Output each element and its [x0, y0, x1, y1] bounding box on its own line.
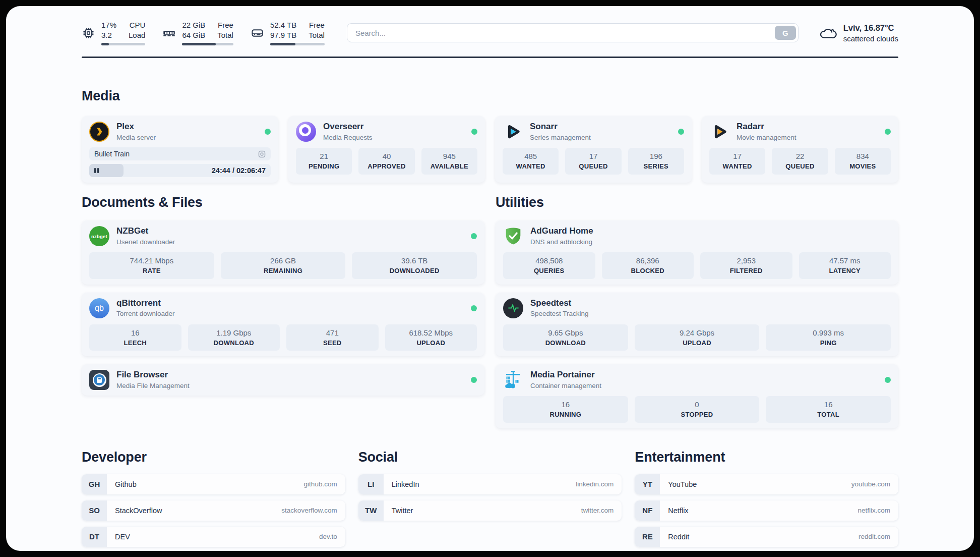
- service-card-overseerr[interactable]: Overseerr Media Requests 21PENDING 40APP…: [288, 116, 485, 183]
- qbittorrent-icon: qb: [89, 298, 109, 318]
- status-dot: [678, 129, 684, 135]
- nzbget-icon-label: nzbget: [91, 234, 107, 239]
- status-dot: [885, 377, 891, 383]
- bookmark-name: StackOverflow: [115, 507, 162, 515]
- service-desc: DNS and adblocking: [530, 238, 593, 246]
- bookmark-reddit[interactable]: RE Reddit reddit.com: [635, 527, 898, 547]
- stat-label: DOWNLOADED: [354, 267, 474, 275]
- stat-label: BLOCKED: [604, 267, 692, 275]
- stat-box: 16TOTAL: [766, 396, 891, 423]
- stat-value: 471: [289, 328, 376, 338]
- stat-box: 39.6 TBDOWNLOADED: [352, 252, 477, 279]
- stat-value: 945: [424, 152, 475, 161]
- stat-label: WANTED: [505, 162, 556, 171]
- search-input[interactable]: [347, 23, 799, 42]
- stat-box: 17QUEUED: [565, 148, 621, 175]
- stat-box: 16RUNNING: [503, 396, 628, 423]
- bookmark-netflix[interactable]: NF Netflix netflix.com: [635, 500, 898, 521]
- cpu-progress-fill: [101, 43, 109, 45]
- service-card-portainer[interactable]: Media Portainer Container management 16R…: [496, 364, 898, 428]
- playback-time: 24:44 / 02:06:47: [212, 166, 271, 175]
- service-card-radarr[interactable]: Radarr Movie management 17WANTED 22QUEUE…: [702, 116, 898, 183]
- bookmark-domain: twitter.com: [581, 507, 614, 514]
- service-name: Overseerr: [323, 122, 373, 132]
- service-card-qbittorrent[interactable]: qb qBittorrent Torrent downloader 16LEEC…: [82, 293, 484, 357]
- status-dot: [471, 305, 477, 311]
- search-engine-button[interactable]: G: [775, 26, 796, 40]
- stat-box: 744.21 MbpsRATE: [89, 252, 214, 279]
- service-name: Speedtest: [530, 298, 589, 308]
- section-title-social: Social: [358, 450, 622, 465]
- disk-total-label: Total: [309, 30, 325, 40]
- service-desc: Container management: [530, 382, 601, 390]
- cpu-load-value: 3.2: [101, 30, 116, 40]
- memory-icon: [162, 26, 176, 40]
- service-desc: Media Requests: [323, 134, 373, 142]
- top-bar: 17% 3.2 CPU Load: [82, 6, 898, 45]
- bookmark-youtube[interactable]: YT YouTube youtube.com: [635, 474, 898, 494]
- pause-icon[interactable]: [94, 168, 99, 173]
- resource-widgets: 17% 3.2 CPU Load: [82, 20, 325, 45]
- bookmark-name: Netflix: [668, 507, 688, 515]
- service-card-nzbget[interactable]: nzbget NZBGet Usenet downloader 744.21 M…: [82, 220, 484, 285]
- stat-label: QUEUED: [568, 162, 619, 171]
- section-title-media: Media: [82, 88, 898, 104]
- stat-value: 9.65 Gbps: [506, 328, 626, 338]
- stat-box: 266 GBREMAINING: [221, 252, 346, 279]
- weather-widget: Lviv, 16.87°C scattered clouds: [819, 23, 898, 43]
- stat-box: 47.57 msLATENCY: [799, 252, 891, 279]
- bookmark-abbr: NF: [635, 500, 660, 521]
- stat-value: 834: [837, 152, 888, 161]
- stat-box: 0.993 msPING: [766, 324, 891, 351]
- service-name: File Browser: [116, 370, 190, 380]
- sonarr-icon: [503, 122, 523, 142]
- service-name: Sonarr: [530, 122, 591, 132]
- bookmark-domain: dev.to: [319, 533, 337, 540]
- service-desc: Media File Management: [116, 382, 190, 390]
- memory-total-label: Total: [217, 30, 233, 40]
- service-card-filebrowser[interactable]: File Browser Media File Management: [82, 364, 484, 396]
- service-desc: Usenet downloader: [116, 238, 175, 246]
- bookmark-github[interactable]: GH Github github.com: [82, 474, 345, 494]
- playback-progress-fill: [89, 164, 124, 177]
- cpu-load-label: Load: [129, 30, 145, 40]
- service-card-plex[interactable]: Plex Media server Bullet Train: [82, 116, 278, 183]
- disk-widget: 52.4 TB 97.9 TB Free Total: [251, 20, 325, 45]
- bookmark-domain: youtube.com: [851, 480, 890, 488]
- service-card-speedtest[interactable]: Speedtest Speedtest Tracking 9.65 GbpsDO…: [496, 293, 898, 357]
- status-dot: [471, 233, 477, 239]
- stat-label: LEECH: [92, 339, 179, 347]
- memory-total-value: 64 GiB: [182, 30, 205, 40]
- portainer-icon: [503, 370, 523, 390]
- bookmark-twitter[interactable]: TW Twitter twitter.com: [358, 500, 622, 521]
- bookmark-abbr: DT: [82, 527, 107, 547]
- overseerr-icon: [296, 122, 316, 142]
- status-dot: [471, 377, 477, 383]
- stat-label: FILTERED: [703, 267, 790, 275]
- stat-value: 485: [505, 152, 556, 161]
- service-card-adguard[interactable]: AdGuard Home DNS and adblocking 498,508Q…: [496, 220, 898, 285]
- header-divider: [82, 57, 898, 58]
- stat-label: UPLOAD: [388, 339, 475, 347]
- stat-label: QUERIES: [506, 267, 593, 275]
- bookmark-domain: stackoverflow.com: [281, 507, 337, 514]
- stat-box: 498,508QUERIES: [503, 252, 595, 279]
- memory-widget: 22 GiB 64 GiB Free Total: [162, 20, 233, 45]
- cpu-progress-track: [101, 43, 145, 45]
- bookmark-domain: linkedin.com: [576, 480, 614, 488]
- stat-label: PING: [768, 339, 888, 347]
- stat-box: 834MOVIES: [835, 148, 891, 175]
- disk-icon: [251, 26, 264, 40]
- now-playing-title: Bullet Train: [94, 150, 130, 158]
- stat-value: 86,396: [604, 256, 692, 265]
- bookmark-dev[interactable]: DT DEV dev.to: [82, 527, 345, 547]
- status-dot: [265, 129, 271, 135]
- bookmark-stackoverflow[interactable]: SO StackOverflow stackoverflow.com: [82, 500, 345, 521]
- stat-value: 0: [637, 400, 757, 409]
- stat-value: 744.21 Mbps: [92, 256, 212, 265]
- stat-label: RUNNING: [506, 411, 626, 419]
- bookmark-linkedin[interactable]: LI LinkedIn linkedin.com: [358, 474, 622, 494]
- service-card-sonarr[interactable]: Sonarr Series management 485WANTED 17QUE…: [495, 116, 692, 183]
- bookmark-name: LinkedIn: [392, 480, 419, 488]
- service-name: Radarr: [737, 122, 797, 132]
